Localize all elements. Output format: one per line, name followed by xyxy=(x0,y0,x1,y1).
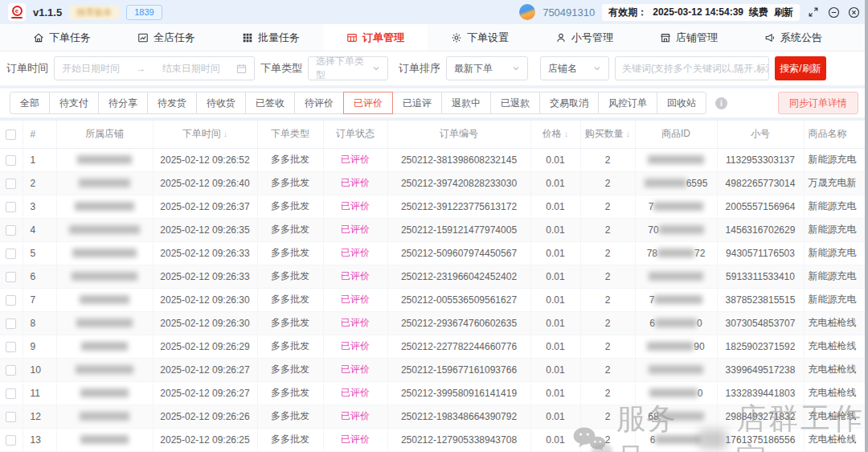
order-status: 已评价 xyxy=(323,195,387,218)
row-checkbox[interactable] xyxy=(6,295,16,306)
avatar xyxy=(519,4,535,20)
price: 0.01 xyxy=(530,241,580,265)
sort-down-icon[interactable]: ↓ xyxy=(564,129,569,138)
row-checkbox[interactable] xyxy=(6,412,16,422)
shop-name-select[interactable]: 店铺名 xyxy=(540,56,609,80)
row-index: 9 xyxy=(23,335,56,358)
nav-item-小号管理[interactable]: 小号管理 xyxy=(532,24,637,51)
nav-item-下单任务[interactable]: 下单任务 xyxy=(10,24,114,51)
row-checkbox[interactable] xyxy=(6,249,16,259)
select-all-checkbox[interactable] xyxy=(6,129,16,140)
tab-待收货[interactable]: 待收货 xyxy=(196,92,246,114)
order-type: 多多批发 xyxy=(257,335,323,358)
row-checkbox[interactable] xyxy=(6,202,16,212)
nav-item-批量任务[interactable]: 批量任务 xyxy=(219,24,323,51)
order-sort-select[interactable]: 最新下单 xyxy=(446,56,528,80)
sync-order-details-button[interactable]: 同步订单详情 xyxy=(778,92,858,114)
column-header-购买数量[interactable]: 购买数量↓ xyxy=(580,121,635,148)
nav-item-全店任务[interactable]: 全店任务 xyxy=(114,24,219,51)
row-select-cell xyxy=(0,148,23,171)
minimize-icon[interactable] xyxy=(827,6,840,18)
tab-待支付[interactable]: 待支付 xyxy=(49,92,99,114)
price: 0.01 xyxy=(530,218,580,241)
column-header-小号: 小号 xyxy=(717,121,804,148)
product-name: 充电桩枪线 xyxy=(804,428,868,451)
table-row: 22025-02-12 09:26:40多多批发已评价250212-397420… xyxy=(0,171,868,195)
keyword-input[interactable]: 关键词(支持多个关键词以,隔开,标注模糊的不 xyxy=(615,56,769,80)
row-index: 2 xyxy=(23,171,56,195)
nav-item-订单管理[interactable]: 订单管理 xyxy=(323,24,428,51)
grid-icon xyxy=(242,32,253,43)
date-start-input[interactable]: 开始日期时间 xyxy=(62,62,120,76)
price: 0.01 xyxy=(530,335,580,358)
refresh-link[interactable]: 刷新 xyxy=(774,6,793,19)
tab-交易取消[interactable]: 交易取消 xyxy=(539,92,599,114)
nav-item-店铺管理[interactable]: 店铺管理 xyxy=(637,24,741,51)
date-range-picker[interactable]: 开始日期时间 → 结束日期时间 xyxy=(54,56,255,80)
row-checkbox[interactable] xyxy=(6,435,16,446)
order-type: 多多批发 xyxy=(257,381,323,405)
tab-已退款[interactable]: 已退款 xyxy=(490,92,540,114)
tab-回收站[interactable]: 回收站 xyxy=(657,92,706,114)
quantity: 2 xyxy=(580,405,635,428)
row-checkbox[interactable] xyxy=(6,179,16,189)
tab-退款中[interactable]: 退款中 xyxy=(441,92,491,114)
price: 0.01 xyxy=(530,358,580,381)
fullscreen-icon[interactable] xyxy=(807,6,820,18)
row-checkbox[interactable] xyxy=(6,365,16,376)
row-index: 7 xyxy=(23,288,56,311)
row-select-cell xyxy=(0,218,23,241)
row-index: 11 xyxy=(23,381,56,405)
buyer-account: 1332839441803 xyxy=(717,381,804,405)
row-checkbox[interactable] xyxy=(6,342,16,352)
nav-item-下单设置[interactable]: 下单设置 xyxy=(428,24,532,51)
tab-待分享[interactable]: 待分享 xyxy=(98,92,148,114)
row-select-cell xyxy=(0,288,23,311)
close-icon[interactable] xyxy=(847,6,860,18)
row-checkbox[interactable] xyxy=(6,225,16,236)
sort-down-icon[interactable]: ↓ xyxy=(626,129,631,138)
quantity: 2 xyxy=(580,148,635,171)
order-status: 已评价 xyxy=(323,218,387,241)
tab-全部[interactable]: 全部 xyxy=(10,92,50,114)
product-name: 充电桩枪线 xyxy=(804,405,868,428)
row-select-cell xyxy=(0,171,23,195)
column-header-商品名称: 商品名称 xyxy=(804,121,868,148)
row-checkbox[interactable] xyxy=(6,318,16,329)
tab-已签收[interactable]: 已签收 xyxy=(245,92,295,114)
order-type: 多多批发 xyxy=(257,358,323,381)
store-name-redacted xyxy=(56,358,153,381)
row-checkbox[interactable] xyxy=(6,155,16,166)
column-header-商品ID: 商品ID xyxy=(635,121,717,148)
tab-已追评[interactable]: 已追评 xyxy=(392,92,442,114)
date-end-input[interactable]: 结束日期时间 xyxy=(162,62,220,76)
column-header-订单编号: 订单编号 xyxy=(387,121,530,148)
column-header-价格[interactable]: 价格↓ xyxy=(530,121,580,148)
tab-待发货[interactable]: 待发货 xyxy=(147,92,197,114)
price: 0.01 xyxy=(530,311,580,335)
order-type-label: 下单类型 xyxy=(260,61,302,76)
user-id: 750491310 xyxy=(542,6,595,18)
nav-item-系统公告[interactable]: 系统公告 xyxy=(741,24,845,51)
tab-已评价[interactable]: 已评价 xyxy=(343,92,393,114)
row-checkbox[interactable] xyxy=(6,388,16,399)
row-checkbox[interactable] xyxy=(6,272,16,282)
search-refresh-button[interactable]: 搜索/刷新 xyxy=(775,56,826,80)
product-id-redacted: 60 xyxy=(635,311,717,335)
column-header-下单时间[interactable]: 下单时间↓ xyxy=(153,121,257,148)
info-icon[interactable]: i xyxy=(715,97,727,109)
order-number: 250212-231966042452402 xyxy=(387,265,530,288)
row-index: 3 xyxy=(23,195,56,218)
table-row: 122025-02-12 09:26:26多多批发已评价250212-19834… xyxy=(0,405,868,428)
order-type-select[interactable]: 选择下单类型 xyxy=(308,56,388,80)
row-index: 6 xyxy=(23,265,56,288)
buyer-account: 1825902371592 xyxy=(717,335,804,358)
nav-item-label: 订单管理 xyxy=(362,31,404,45)
quantity: 2 xyxy=(580,428,635,451)
price: 0.01 xyxy=(530,171,580,195)
renew-link[interactable]: 续费 xyxy=(749,6,768,19)
sort-down-icon[interactable]: ↓ xyxy=(223,129,228,138)
tab-待评价[interactable]: 待评价 xyxy=(294,92,344,114)
tab-风控订单[interactable]: 风控订单 xyxy=(598,92,657,114)
order-number: 250212-399580916141419 xyxy=(387,381,530,405)
